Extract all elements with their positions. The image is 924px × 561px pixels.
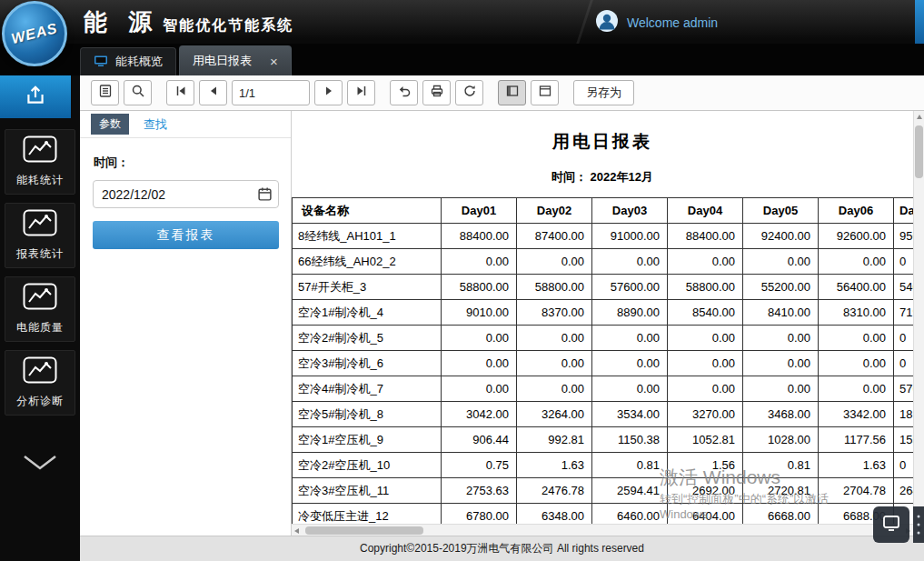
report-subtitle-value: 2022年12月 — [591, 170, 653, 184]
value-cell: 0.00 — [517, 376, 592, 402]
value-cell: 0.00 — [668, 249, 743, 275]
app-window: 能 源 智能优化节能系统 Welcome admin WEAS 能耗概览 用电日… — [0, 0, 924, 561]
params-tab-bar: 参数 查找 — [80, 111, 291, 138]
vertical-scrollbar-thumb[interactable] — [915, 125, 923, 178]
value-cell: 0.00 — [819, 326, 894, 351]
window-layout-icon — [538, 84, 552, 102]
sidebar-item-power-quality[interactable]: 电能质量 — [5, 276, 75, 342]
app-title: 能 源 — [84, 6, 159, 38]
value-cell: 956 — [894, 224, 914, 249]
first-page-button[interactable] — [166, 80, 194, 105]
horizontal-scrollbar[interactable] — [292, 524, 913, 536]
next-page-button[interactable] — [314, 80, 343, 105]
layout-panel-toggle-button[interactable] — [498, 80, 526, 105]
user-menu[interactable]: Welcome admin — [595, 9, 718, 36]
value-cell: 0 — [894, 326, 914, 351]
sidebar: 能耗统计 报表统计 电能质量 分析诊断 — [0, 75, 80, 561]
value-cell: 719 — [894, 300, 914, 326]
value-cell: 87400.00 — [517, 224, 592, 249]
table-row: 空冷3#空压机_112753.632476.782594.412692.0027… — [293, 478, 914, 504]
value-cell: 0.00 — [592, 326, 668, 351]
table-row: 66经纬线_AH02_20.000.000.000.000.000.000 — [293, 249, 914, 275]
tab-label: 能耗概览 — [115, 54, 163, 70]
table-row: 空冷2#空压机_100.751.630.811.560.811.630 — [293, 453, 914, 478]
calendar-icon[interactable] — [257, 186, 273, 205]
print-button[interactable] — [422, 80, 451, 105]
value-cell: 8540.00 — [668, 300, 743, 326]
column-header: Da — [894, 198, 914, 224]
line-chart-icon — [23, 283, 57, 314]
search-button[interactable] — [124, 80, 152, 105]
view-report-button[interactable]: 查看报表 — [93, 221, 279, 249]
sidebar-item-report-stats[interactable]: 报表统计 — [5, 203, 75, 268]
scroll-up-arrow-icon[interactable] — [917, 115, 922, 119]
close-icon[interactable]: × — [270, 55, 278, 68]
value-cell: 0 — [894, 453, 914, 478]
device-name-cell: 66经纬线_AH02_2 — [293, 249, 442, 275]
value-cell: 0.00 — [743, 249, 819, 275]
value-cell: 1052.81 — [668, 427, 743, 453]
sidebar-item-energy-stats[interactable]: 能耗统计 — [5, 129, 75, 195]
header-accent-bar — [915, 0, 924, 44]
line-chart-icon — [23, 135, 57, 166]
app-header: 能 源 智能优化节能系统 Welcome admin — [0, 0, 924, 44]
last-page-icon — [354, 84, 369, 102]
tab-search[interactable]: 查找 — [144, 116, 167, 133]
device-name-cell: 空冷3#制冷机_6 — [293, 351, 442, 376]
value-cell: 58800.00 — [442, 275, 517, 300]
table-row: 空冷2#制冷机_50.000.000.000.000.000.000 — [293, 326, 914, 351]
table-row: 空冷5#制冷机_83042.003264.003534.003270.00346… — [293, 402, 914, 427]
value-cell: 0.81 — [743, 453, 819, 478]
vertical-scrollbar[interactable] — [913, 111, 924, 536]
line-chart-icon — [23, 209, 57, 240]
value-cell: 0.00 — [592, 376, 668, 402]
date-input[interactable] — [93, 180, 279, 208]
table-row: 空冷1#制冷机_49010.008370.008890.008540.00841… — [293, 300, 914, 326]
value-cell: 0.00 — [668, 351, 743, 376]
tab-daily-power-report[interactable]: 用电日报表 × — [179, 45, 292, 75]
page-indicator-input[interactable] — [232, 80, 310, 105]
sidebar-collapse-button[interactable] — [0, 454, 80, 476]
table-row: 空冷4#制冷机_70.000.000.000.000.000.00576 — [293, 376, 914, 402]
sidebar-item-analysis-diagnosis[interactable]: 分析诊断 — [5, 350, 75, 416]
value-cell: 8890.00 — [592, 300, 668, 326]
value-cell: 55200.00 — [743, 275, 819, 300]
value-cell: 0.00 — [743, 326, 819, 351]
value-cell: 1.56 — [668, 453, 743, 478]
layout-single-toggle-button[interactable] — [531, 80, 559, 105]
save-as-button[interactable]: 另存为 — [573, 80, 634, 105]
device-name-cell: 57#开关柜_3 — [293, 275, 442, 300]
tab-params[interactable]: 参数 — [91, 114, 129, 135]
toc-panel-button[interactable] — [91, 80, 119, 105]
user-avatar-icon — [595, 9, 619, 36]
column-header: Day06 — [819, 198, 894, 224]
value-cell: 3468.00 — [743, 402, 819, 427]
document-lines-icon — [98, 84, 113, 102]
monitor-widget-icon — [881, 513, 901, 536]
last-page-button[interactable] — [347, 80, 375, 105]
app-logo[interactable]: WEAS — [2, 1, 67, 66]
table-row: 57#开关柜_358800.0058800.0057600.0058800.00… — [293, 275, 914, 300]
params-panel: 参数 查找 时间： 查看报表 — [80, 111, 292, 536]
report-toolbar: 另存为 — [80, 75, 924, 111]
sidebar-export-button[interactable] — [0, 75, 71, 118]
widget-drag-handle[interactable] — [913, 506, 924, 543]
device-name-cell: 8经纬线_AH101_1 — [293, 224, 442, 249]
sidebar-item-label: 分析诊断 — [16, 394, 64, 409]
value-cell: 2594.41 — [592, 478, 668, 504]
value-cell: 0.00 — [743, 351, 819, 376]
value-cell: 0.00 — [668, 376, 743, 402]
prev-page-button[interactable] — [199, 80, 227, 105]
logo-text: WEAS — [10, 20, 60, 47]
remote-widget-button[interactable] — [873, 506, 909, 543]
value-cell: 8370.00 — [517, 300, 592, 326]
value-cell: 9010.00 — [442, 300, 517, 326]
monitor-icon — [94, 55, 108, 70]
column-header: Day05 — [743, 198, 819, 224]
back-button[interactable] — [390, 80, 418, 105]
tab-energy-overview[interactable]: 能耗概览 — [80, 47, 176, 75]
value-cell: 3264.00 — [517, 402, 592, 427]
horizontal-scrollbar-thumb[interactable] — [305, 526, 423, 535]
scroll-left-arrow-icon[interactable] — [294, 528, 299, 534]
refresh-button[interactable] — [455, 80, 483, 105]
